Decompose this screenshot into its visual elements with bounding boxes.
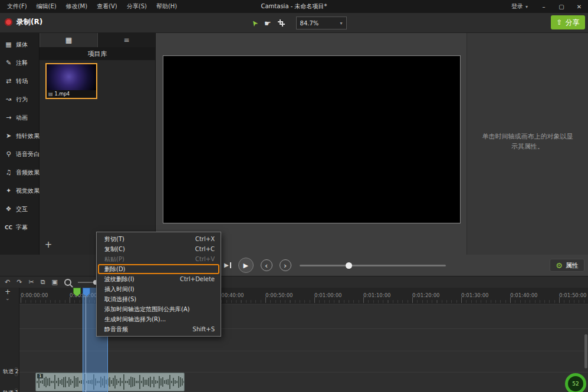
sidebar-item-visual-effects[interactable]: ✦ 视觉效果 <box>0 182 39 200</box>
context-item-label: 静音音频 <box>104 325 128 334</box>
seek-slider[interactable] <box>300 265 446 266</box>
crop-tool-icon[interactable] <box>278 19 285 27</box>
seek-slider-knob[interactable] <box>346 262 352 269</box>
behavior-icon: ↝ <box>4 95 13 103</box>
ruler-tick: 0:01:40:00 <box>510 292 537 298</box>
previous-button[interactable]: ‹ <box>261 259 272 271</box>
media-clip-thumbnail[interactable]: ▤ 1.mp4 <box>45 63 97 99</box>
chevron-down-icon: ▾ <box>525 4 528 9</box>
shortcut-label: Ctrl+X <box>189 236 215 242</box>
sidebar-item-label: 语音旁白 <box>16 150 40 159</box>
copy-icon[interactable]: ⧉ <box>41 279 45 285</box>
sidebar-item-label: 注释 <box>16 59 28 67</box>
context-item-copy[interactable]: 复制(C) Ctrl+C <box>97 244 221 254</box>
minimize-button[interactable]: – <box>535 0 553 13</box>
context-item-paste[interactable]: 粘贴(P) Ctrl+V <box>97 254 221 264</box>
timeline-scrollbar[interactable] <box>584 334 587 368</box>
cursor-tool-icon[interactable]: ➤ <box>249 18 260 28</box>
menu-modify[interactable]: 修改(M) <box>61 0 92 13</box>
record-label: 录制(R) <box>17 17 42 27</box>
sidebar-item-transitions[interactable]: ⇄ 转场 <box>0 72 39 90</box>
sidebar-item-label: 指针效果 <box>16 132 40 140</box>
sidebar-item-interactivity[interactable]: ❖ 交互 <box>0 200 39 218</box>
properties-button[interactable]: ⚙ 属性 <box>550 259 584 272</box>
ruler-tick: 0:01:30:00 <box>461 292 488 298</box>
tab-list-view[interactable]: ≡ <box>98 32 155 47</box>
ruler-tick: 0:00:50:00 <box>265 292 293 298</box>
next-button[interactable]: › <box>280 259 291 271</box>
context-item-add-selection-to-library[interactable]: 添加时间轴选定范围到公共库(A) <box>97 304 221 314</box>
sidebar-item-label: 视觉效果 <box>16 187 40 195</box>
context-item-deselect[interactable]: 取消选择(S) <box>97 294 221 304</box>
sidebar-item-annotations[interactable]: ✎ 注释 <box>0 54 39 72</box>
camtasia-window: Camtasia - 未命名项目* 文件(F) 编辑(E) 修改(M) 查看(V… <box>0 0 588 392</box>
film-icon: ▤ <box>48 91 53 97</box>
context-item-mute-audio[interactable]: 静音音频 Shift+S <box>97 324 221 334</box>
transition-icon: ⇄ <box>4 77 13 85</box>
sidebar-item-animations[interactable]: → 动画 <box>0 108 39 127</box>
context-item-produce-selection-as[interactable]: 生成时间轴选择为(R)... <box>97 314 221 324</box>
sidebar-item-label: 音频效果 <box>16 169 40 177</box>
status-badge: 52 <box>565 373 586 392</box>
context-item-label: 波纹删除(I) <box>104 275 134 284</box>
zoom-magnifier-icon[interactable] <box>64 279 71 286</box>
menu-edit[interactable]: 编辑(E) <box>32 0 61 13</box>
sidebar-item-media[interactable]: ▦ 媒体 <box>0 35 39 54</box>
media-tabs: ▦ ≡ <box>40 32 155 47</box>
sidebar-item-behaviors[interactable]: ↝ 行为 <box>0 90 39 108</box>
audio-clip[interactable]: 1 <box>35 373 185 391</box>
add-media-button[interactable]: + <box>43 239 54 250</box>
context-item-delete[interactable]: 删除(D) <box>97 264 221 274</box>
context-item-insert-time[interactable]: 插入时间(I) <box>97 284 221 294</box>
tab-media-bin[interactable]: ▦ <box>40 32 98 47</box>
redo-icon[interactable]: ↷ <box>17 279 22 285</box>
close-button[interactable]: ✕ <box>570 0 588 13</box>
context-item-cut[interactable]: 剪切(T) Ctrl+X <box>97 234 221 244</box>
clip-number-badge: 1 <box>37 374 43 378</box>
media-panel: ▦ ≡ 项目库 ▤ 1.mp4 + <box>40 32 156 255</box>
collapse-tracks-icon[interactable]: ⌄ <box>5 296 10 301</box>
record-button[interactable]: 录制(R) <box>5 17 42 27</box>
share-button[interactable]: ⇧ 分享 <box>551 15 585 29</box>
context-item-label: 复制(C) <box>104 245 125 253</box>
sidebar-item-voice-narration[interactable]: ⚲ 语音旁白 <box>0 145 39 163</box>
properties-hint: 单击时间轴或画布上的对象以显 示其属性。 <box>472 131 583 151</box>
paste-icon[interactable]: ▣ <box>52 279 58 285</box>
login-button[interactable]: 登录 ▾ <box>504 2 535 11</box>
step-forward-button[interactable]: ▶ <box>224 262 231 268</box>
canvas-zoom-select[interactable]: 84.7% ▾ <box>296 17 347 29</box>
sidebar-item-cursor-effects[interactable]: ➤ 指针效果 <box>0 127 39 145</box>
context-item-label: 粘贴(P) <box>104 255 124 263</box>
editing-canvas[interactable] <box>163 55 461 223</box>
menu-file[interactable]: 文件(F) <box>2 0 32 13</box>
sidebar-item-audio-effects[interactable]: ♫ 音频效果 <box>0 163 39 182</box>
shortcut-label: Shift+S <box>187 326 215 332</box>
context-item-label: 取消选择(S) <box>104 295 136 304</box>
clip-filename: 1.mp4 <box>55 91 70 97</box>
media-icon: ▦ <box>4 41 13 48</box>
playhead-handle[interactable] <box>83 288 90 297</box>
title-bar: Camtasia - 未命名项目* 文件(F) 编辑(E) 修改(M) 查看(V… <box>0 0 588 13</box>
audio-icon: ♫ <box>4 169 13 176</box>
add-track-button[interactable]: + <box>5 288 11 295</box>
undo-icon[interactable]: ↶ <box>5 279 10 285</box>
record-icon <box>5 18 12 26</box>
chevron-down-icon: ▾ <box>340 21 343 26</box>
context-item-label: 删除(D) <box>104 265 126 274</box>
menu-help[interactable]: 帮助(H) <box>152 0 182 13</box>
track-options-icon[interactable]: ○ ○ <box>15 365 18 377</box>
sidebar-item-captions[interactable]: CC 字幕 <box>0 218 39 236</box>
library-header: 项目库 <box>40 47 155 60</box>
interactivity-icon: ❖ <box>4 205 13 213</box>
play-button[interactable]: ▶ <box>238 258 254 273</box>
playhead-line <box>86 296 86 392</box>
shortcut-label: Ctrl+C <box>189 246 215 252</box>
menu-share[interactable]: 分享(S) <box>122 0 152 13</box>
menu-bar: 文件(F) 编辑(E) 修改(M) 查看(V) 分享(S) 帮助(H) <box>0 0 182 13</box>
track-options-icon[interactable]: ○ ○ <box>15 387 18 392</box>
context-item-ripple-delete[interactable]: 波纹删除(I) Ctrl+Delete <box>97 274 221 284</box>
pan-tool-icon[interactable]: ☛ <box>264 19 271 28</box>
menu-view[interactable]: 查看(V) <box>92 0 122 13</box>
cut-icon[interactable]: ✂ <box>28 279 34 285</box>
maximize-button[interactable]: ▢ <box>553 0 570 13</box>
